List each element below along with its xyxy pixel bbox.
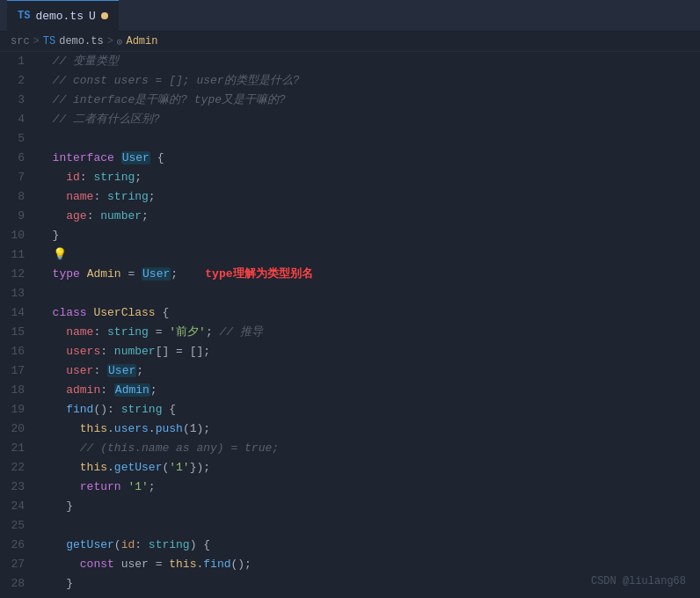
code-token — [39, 403, 66, 416]
line-content: admin: Admin; — [39, 381, 700, 400]
code-token: ; — [206, 325, 220, 339]
code-token: const — [80, 558, 114, 571]
code-token — [39, 538, 66, 551]
line-content: user: User; — [39, 361, 700, 381]
watermark: CSDN @liulang68 — [591, 575, 686, 587]
line-number: 6 — [0, 149, 39, 168]
code-token — [39, 306, 53, 319]
code-token: ) { — [190, 538, 210, 551]
code-token: ; — [149, 190, 156, 203]
tab-filename: demo.ts — [35, 10, 84, 23]
line-number: 21 — [0, 439, 39, 458]
code-editor: 1 // 变量类型2 // const users = []; user的类型是… — [0, 52, 700, 594]
code-line: 18 admin: Admin; — [0, 381, 700, 400]
code-token: { — [150, 151, 164, 164]
line-number: 15 — [0, 323, 39, 342]
line-content: name: string = '前夕'; // 推导 — [39, 323, 700, 342]
code-token: UserClass — [93, 306, 155, 319]
code-token — [80, 267, 87, 281]
code-line: 7 id: string; — [0, 168, 700, 187]
code-token — [114, 151, 121, 164]
code-token — [39, 325, 66, 339]
breadcrumb-src: src — [11, 35, 30, 47]
line-number: 5 — [0, 129, 39, 149]
code-token: Admin — [114, 383, 150, 397]
code-token: : — [100, 345, 114, 358]
code-token: age — [66, 209, 86, 222]
code-token: number — [114, 345, 156, 358]
line-number: 2 — [0, 71, 39, 91]
code-token: ; — [171, 267, 178, 281]
line-number: 22 — [0, 458, 39, 478]
code-token — [39, 151, 53, 164]
line-number: 20 — [0, 419, 39, 439]
line-content: // 二者有什么区别? — [39, 110, 700, 129]
line-number: 10 — [0, 226, 39, 245]
code-token — [39, 383, 66, 397]
code-token: : — [135, 538, 149, 551]
code-line: 21 // (this.name as any) = true; — [0, 439, 700, 458]
line-number: 4 — [0, 110, 39, 129]
line-content: // 变量类型 — [39, 52, 700, 71]
code-token: : — [100, 383, 114, 397]
code-token: string — [107, 325, 149, 339]
code-token: [] = []; — [156, 345, 210, 358]
code-token — [39, 461, 80, 474]
code-token: type理解为类型别名 — [205, 267, 312, 281]
line-content: class UserClass { — [39, 303, 700, 323]
code-line: 4 // 二者有什么区别? — [0, 110, 700, 129]
code-line: 15 name: string = '前夕'; // 推导 — [0, 323, 700, 342]
code-token — [39, 364, 66, 377]
code-token — [39, 171, 66, 184]
code-token: id — [66, 171, 80, 184]
code-token: : — [87, 209, 101, 222]
line-content: interface User { — [39, 149, 700, 168]
breadcrumb-class: Admin — [126, 35, 157, 47]
code-token: Admin — [87, 267, 121, 281]
code-token — [39, 422, 80, 435]
code-line: 26 getUser(id: string) { — [0, 536, 700, 555]
active-tab[interactable]: TS demo.ts U — [7, 0, 119, 32]
code-token: getUser — [66, 538, 114, 551]
breadcrumb-sep2: > — [107, 35, 113, 47]
code-token: } — [39, 577, 73, 590]
line-number: 25 — [0, 516, 39, 536]
line-number: 3 — [0, 91, 39, 110]
code-token: (): — [93, 403, 120, 416]
code-line: 19 find(): string { — [0, 400, 700, 419]
code-token: push — [156, 422, 183, 435]
code-line: 5 — [0, 129, 700, 149]
code-token: admin — [66, 383, 100, 397]
line-number: 7 — [0, 168, 39, 187]
line-content: age: number; — [39, 207, 700, 226]
code-token: interface — [53, 151, 114, 164]
line-content: this.getUser('1'}); — [39, 458, 700, 478]
line-content: this.users.push(1); — [39, 419, 700, 439]
code-line: 27 const user = this.find(); — [0, 555, 700, 574]
line-content: // interface是干嘛的? type又是干嘛的? — [39, 91, 700, 110]
code-token: id — [121, 538, 135, 551]
code-token: ; — [150, 383, 157, 397]
code-token: users — [66, 345, 100, 358]
code-token: . — [149, 422, 156, 435]
code-token: ; — [136, 364, 143, 377]
line-content: const user = this.find(); — [39, 555, 700, 574]
code-line: 24 } — [0, 497, 700, 516]
line-content: id: string; — [39, 168, 700, 187]
breadcrumb-sep1: > — [33, 35, 40, 47]
line-number: 9 — [0, 207, 39, 226]
code-token — [39, 441, 80, 455]
code-line: 6 interface User { — [0, 149, 700, 168]
code-token: '前夕' — [169, 325, 206, 339]
line-number: 11 — [0, 245, 39, 265]
code-token — [39, 345, 66, 358]
code-token: name — [66, 190, 93, 203]
breadcrumb: src > TS demo.ts > ⊙ Admin — [0, 32, 700, 52]
line-content: type Admin = User; type理解为类型别名 — [39, 265, 700, 284]
code-line: 10 } — [0, 226, 700, 245]
code-line: 25 — [0, 516, 700, 536]
line-number: 8 — [0, 187, 39, 207]
code-line: 16 users: number[] = []; — [0, 342, 700, 361]
line-number: 28 — [0, 574, 39, 594]
unsaved-dot — [101, 12, 108, 19]
